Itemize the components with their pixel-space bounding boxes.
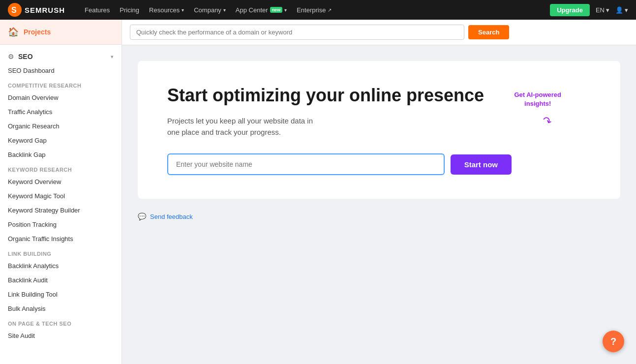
sidebar-item-keyword-strategy-builder[interactable]: Keyword Strategy Builder (0, 203, 121, 217)
app-layout: 🏠 Projects ⚙ SEO ▾ SEO Dashboard COMPETI… (0, 20, 636, 364)
seo-section-header[interactable]: ⚙ SEO ▾ (0, 51, 121, 63)
category-competitive-research: COMPETITIVE RESEARCH (0, 78, 121, 91)
sidebar-item-bulk-analysis[interactable]: Bulk Analysis (0, 302, 121, 316)
hero-input-row: Start now (167, 153, 512, 175)
help-button[interactable]: ? (603, 331, 624, 352)
user-chevron-icon: ▾ (625, 6, 628, 14)
hero-card: Get AI-powered insights! ↷ Start optimiz… (138, 61, 620, 199)
sidebar-item-traffic-analytics[interactable]: Traffic Analytics (0, 105, 121, 119)
user-icon: 👤 (615, 6, 623, 14)
search-bar-area: Search (122, 20, 636, 45)
ai-badge-line2: insights! (524, 100, 551, 107)
hero-subtitle: Projects let you keep all your website d… (167, 116, 374, 138)
upgrade-button[interactable]: Upgrade (550, 4, 590, 16)
nav-enterprise[interactable]: Enterprise ↗ (293, 4, 335, 16)
appcenter-chevron-icon: ▾ (284, 7, 287, 13)
sidebar-item-keyword-magic-tool[interactable]: Keyword Magic Tool (0, 189, 121, 203)
external-link-icon: ↗ (328, 7, 332, 13)
sidebar-item-keyword-gap[interactable]: Keyword Gap (0, 133, 121, 148)
sidebar: 🏠 Projects ⚙ SEO ▾ SEO Dashboard COMPETI… (0, 20, 122, 364)
lang-chevron-icon: ▾ (606, 6, 609, 14)
feedback-area: 💬 Send feedback (130, 207, 628, 226)
nav-links: Features Pricing Resources ▾ Company ▾ A… (81, 4, 538, 16)
nav-right: Upgrade EN ▾ 👤 ▾ (550, 4, 628, 16)
start-now-button[interactable]: Start now (451, 154, 512, 175)
seo-chevron-icon: ▾ (111, 54, 114, 60)
sidebar-item-seo-dashboard[interactable]: SEO Dashboard (0, 63, 121, 78)
sidebar-item-organic-traffic-insights[interactable]: Organic Traffic Insights (0, 232, 121, 246)
nav-company[interactable]: Company ▾ (190, 4, 230, 16)
sidebar-item-position-tracking[interactable]: Position Tracking (0, 217, 121, 232)
sidebar-item-backlink-audit[interactable]: Backlink Audit (0, 273, 121, 287)
send-feedback-link[interactable]: Send feedback (150, 213, 193, 220)
category-on-page-tech-seo: ON PAGE & TECH SEO (0, 316, 121, 329)
top-navigation: S SEMRUSH Features Pricing Resources ▾ C… (0, 0, 636, 20)
main-content: Search Get AI-powered insights! ↷ Start … (122, 20, 636, 364)
nav-features[interactable]: Features (81, 4, 114, 16)
sidebar-item-domain-overview[interactable]: Domain Overview (0, 91, 121, 105)
sidebar-item-site-audit[interactable]: Site Audit (0, 329, 121, 343)
home-icon: 🏠 (8, 27, 19, 37)
sidebar-item-backlink-gap[interactable]: Backlink Gap (0, 148, 121, 162)
user-menu[interactable]: 👤 ▾ (615, 6, 628, 14)
feedback-chat-icon: 💬 (138, 212, 146, 220)
ai-badge-line1: Get AI-powered (514, 91, 561, 98)
category-link-building: LINK BUILDING (0, 246, 121, 259)
nav-pricing[interactable]: Pricing (116, 4, 143, 16)
ai-badge: Get AI-powered insights! (514, 91, 561, 108)
sidebar-seo-section: ⚙ SEO ▾ SEO Dashboard COMPETITIVE RESEAR… (0, 45, 121, 343)
sidebar-item-organic-research[interactable]: Organic Research (0, 119, 121, 133)
logo[interactable]: S SEMRUSH (8, 3, 65, 17)
resources-chevron-icon: ▾ (182, 7, 184, 13)
nav-resources[interactable]: Resources ▾ (145, 4, 188, 16)
ai-arrow-icon: ↷ (541, 114, 553, 129)
language-selector[interactable]: EN ▾ (596, 6, 609, 14)
sidebar-item-link-building-tool[interactable]: Link Building Tool (0, 287, 121, 302)
nav-appcenter[interactable]: App Center new ▾ (232, 4, 291, 16)
svg-text:S: S (11, 6, 17, 14)
search-button[interactable]: Search (468, 25, 509, 39)
seo-label: SEO (18, 53, 33, 61)
website-name-input[interactable] (167, 153, 445, 175)
projects-label: Projects (24, 28, 51, 36)
company-chevron-icon: ▾ (223, 7, 226, 13)
seo-icon: ⚙ (8, 53, 14, 61)
sidebar-projects[interactable]: 🏠 Projects (0, 20, 121, 45)
search-input[interactable] (130, 25, 464, 40)
category-keyword-research: KEYWORD RESEARCH (0, 162, 121, 175)
brand-name: SEMRUSH (25, 6, 65, 14)
sidebar-item-keyword-overview[interactable]: Keyword Overview (0, 175, 121, 189)
sidebar-item-backlink-analytics[interactable]: Backlink Analytics (0, 259, 121, 273)
